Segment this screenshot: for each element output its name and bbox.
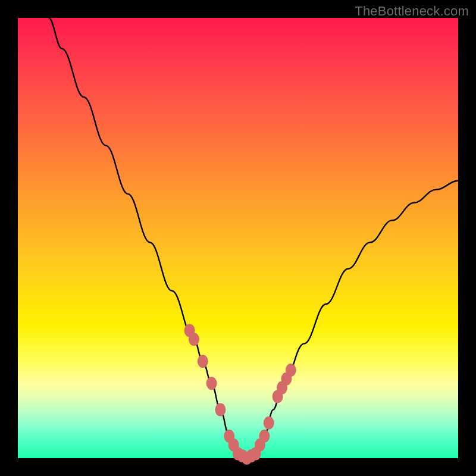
plot-area [18, 18, 458, 458]
highlight-marker [264, 416, 274, 430]
highlight-marker [286, 364, 296, 377]
highlight-marker [206, 377, 217, 390]
curve-line-group [49, 18, 458, 458]
highlight-marker [259, 430, 270, 443]
highlight-marker [198, 355, 208, 368]
highlight-marker [189, 333, 199, 346]
watermark-text: TheBottleneck.com [355, 4, 469, 19]
highlight-markers-group [184, 324, 296, 465]
highlight-marker [215, 403, 226, 416]
curve-path [49, 18, 458, 458]
chart-svg [18, 18, 458, 458]
chart-frame: TheBottleneck.com [0, 0, 476, 476]
